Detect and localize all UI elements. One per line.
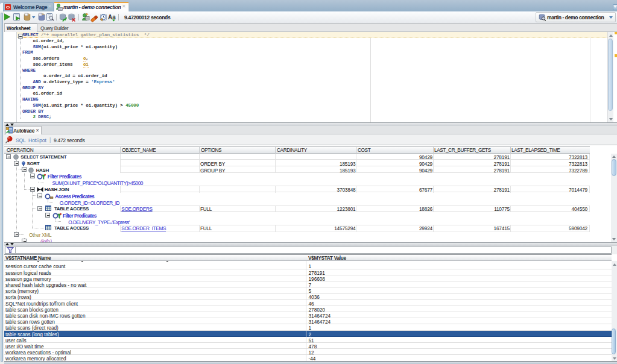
svg-text:Aa: Aa (108, 14, 116, 20)
